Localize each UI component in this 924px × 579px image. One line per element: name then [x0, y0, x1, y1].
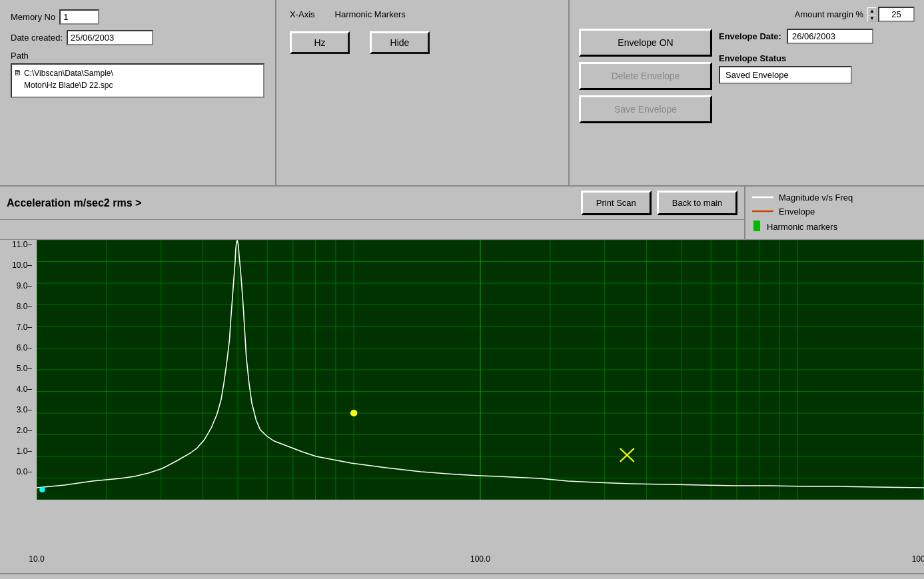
- chart-header-buttons: Print Scan Back to main: [581, 191, 737, 215]
- legend-green-bar: [752, 221, 761, 233]
- xaxis-label: X-Axis: [290, 9, 315, 19]
- legend-white-line: [752, 193, 773, 203]
- info-panel: Memory No Date created: Path 🖹 C:\Vibsca…: [0, 0, 276, 185]
- chart-svg: [37, 240, 924, 500]
- amount-margin-label: Amount margin %: [795, 9, 863, 19]
- legend-envelope: Envelope: [752, 205, 917, 219]
- env-status-label: Envelope Status: [719, 53, 873, 63]
- spinner-down[interactable]: ▼: [867, 15, 877, 22]
- y-tick-5: 5.0–: [17, 364, 34, 384]
- spinner-up[interactable]: ▲: [867, 7, 877, 15]
- env-btns-col: Envelope ON Delete Envelope Save Envelop…: [579, 29, 712, 123]
- top-panel: Memory No Date created: Path 🖹 C:\Vibsca…: [0, 0, 924, 187]
- y-tick-6: 6.0–: [17, 343, 34, 364]
- legend-panel: Magnitude v/s Freq Envelope Harmonic mar…: [744, 187, 924, 239]
- xaxis-hz-button[interactable]: Hz: [290, 31, 350, 54]
- legend-mag-label: Magnitude v/s Freq: [779, 193, 853, 203]
- y-tick-9: 9.0–: [17, 281, 34, 302]
- marker-100hz: [350, 410, 357, 416]
- env-info-col: Envelope Date: Envelope Status: [719, 29, 873, 84]
- env-main-row: Envelope ON Delete Envelope Save Envelop…: [579, 29, 915, 123]
- amount-margin-row: Amount margin % ▲ ▼: [579, 7, 915, 22]
- date-row: Date created:: [11, 30, 264, 45]
- svg-rect-2: [753, 221, 760, 231]
- x-tick-100: 100.0: [470, 554, 490, 564]
- date-input[interactable]: [67, 30, 153, 45]
- chart-header: Acceleration m/sec2 rms > Print Scan Bac…: [0, 187, 744, 220]
- memory-label: Memory No: [11, 12, 55, 22]
- y-tick-0: 0.0–: [17, 467, 34, 488]
- y-axis: 11.0– 10.0– 9.0– 8.0– 7.0– 6.0– 5.0– 4.0…: [0, 240, 37, 500]
- y-tick-3: 3.0–: [17, 405, 34, 426]
- harmonic-group: Harmonic Markers: [335, 9, 406, 23]
- axis-panel: X-Axis Harmonic Markers Hz Hide: [276, 0, 570, 185]
- legend-harmonic: Harmonic markers: [752, 219, 917, 235]
- y-tick-4: 4.0–: [17, 384, 34, 405]
- harmonic-label: Harmonic Markers: [335, 9, 406, 19]
- chart-body: 11.0– 10.0– 9.0– 8.0– 7.0– 6.0– 5.0– 4.0…: [0, 240, 924, 554]
- x-tick-1000: 1000.0: [912, 554, 924, 564]
- back-to-main-button[interactable]: Back to main: [657, 191, 737, 215]
- y-tick-8: 8.0–: [17, 302, 34, 322]
- marker-cyan: [39, 487, 45, 492]
- x-axis-inner: 10.0 100.0 1000.0: [37, 554, 924, 573]
- path-icon: 🖹: [14, 67, 21, 79]
- envelope-panel: Amount margin % ▲ ▼ Envelope ON Delete E…: [570, 0, 924, 185]
- envelope-on-button[interactable]: Envelope ON: [579, 29, 712, 57]
- env-date-row: Envelope Date:: [719, 29, 873, 44]
- y-tick-2: 2.0–: [17, 426, 34, 446]
- chart-header-section: Acceleration m/sec2 rms > Print Scan Bac…: [0, 187, 924, 240]
- y-tick-11: 11.0–: [12, 240, 34, 261]
- chart-inner[interactable]: [37, 240, 924, 500]
- memory-row: Memory No: [11, 9, 264, 25]
- env-status-input[interactable]: [719, 66, 852, 84]
- memory-input[interactable]: [59, 9, 99, 25]
- date-label: Date created:: [11, 33, 63, 43]
- axis-btns-row: Hz Hide: [290, 31, 555, 54]
- x-tick-10: 10.0: [29, 554, 44, 564]
- y-tick-1: 1.0–: [17, 446, 34, 467]
- env-status-row: Envelope Status: [719, 53, 873, 84]
- legend-env-label: Envelope: [779, 207, 815, 217]
- legend-orange-line: [752, 207, 773, 217]
- path-display: 🖹 C:\Vibscan\Data\Sample\ Motor\Hz Blade…: [11, 63, 264, 98]
- path-text: C:\Vibscan\Data\Sample\ Motor\Hz Blade\D…: [24, 67, 113, 91]
- amount-spinner-input[interactable]: [878, 7, 915, 22]
- env-date-label: Envelope Date:: [719, 31, 781, 41]
- x-axis: 10.0 100.0 1000.0: [37, 554, 924, 573]
- harmonic-hide-button[interactable]: Hide: [370, 31, 430, 54]
- y-tick-7: 7.0–: [17, 322, 34, 343]
- chart-title: Acceleration m/sec2 rms >: [7, 197, 581, 209]
- print-scan-button[interactable]: Print Scan: [581, 191, 652, 215]
- legend-harmonic-label: Harmonic markers: [767, 222, 837, 232]
- delete-envelope-button[interactable]: Delete Envelope: [579, 62, 712, 90]
- spinner-arrows: ▲ ▼: [867, 7, 877, 22]
- spinner-group: ▲ ▼: [867, 7, 915, 22]
- env-date-input[interactable]: [787, 29, 873, 44]
- xaxis-group: X-Axis: [290, 9, 315, 23]
- path-label: Path: [11, 51, 264, 61]
- axis-labels-row: X-Axis Harmonic Markers: [290, 9, 555, 23]
- legend-magnitude: Magnitude v/s Freq: [752, 191, 917, 205]
- bottom-toolbar: 8.88 V.VV + ✋ Spike Vel: [0, 573, 924, 579]
- y-tick-10: 10.0–: [12, 261, 34, 281]
- chart-section: 11.0– 10.0– 9.0– 8.0– 7.0– 6.0– 5.0– 4.0…: [0, 240, 924, 573]
- save-envelope-button[interactable]: Save Envelope: [579, 95, 712, 123]
